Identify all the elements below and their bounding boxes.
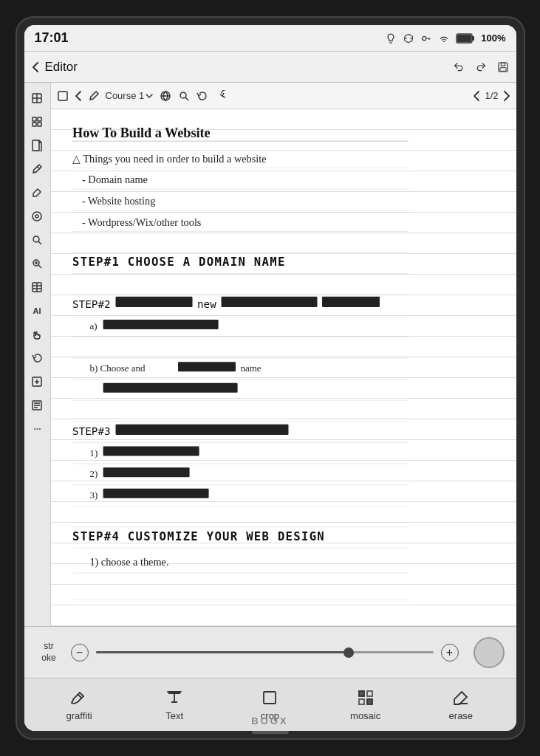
note-redacted-10	[103, 489, 208, 498]
stroke-slider[interactable]	[96, 651, 434, 653]
note-step4: STEP#4 CUSTOMIZE YOUR WEB DESIGN	[72, 530, 325, 543]
note-line-1: △ Things you need in order to build a we…	[72, 153, 267, 165]
note-redacted-6	[103, 383, 237, 393]
home-indicator[interactable]	[252, 731, 289, 734]
page-options-btn[interactable]	[26, 394, 48, 416]
select-tool-btn[interactable]	[26, 87, 48, 109]
svg-point-37	[180, 92, 186, 98]
device: 17:01	[16, 16, 525, 740]
search-icon	[31, 234, 43, 246]
editor-area: AI	[24, 83, 516, 626]
mosaic-tool-btn[interactable]: mosaic	[340, 688, 392, 721]
doc-back-icon[interactable]	[75, 90, 82, 102]
table-tool-btn[interactable]	[26, 276, 48, 298]
sync-icon	[403, 32, 414, 44]
note-sub-a-label: a)	[89, 320, 97, 331]
stroke-preview-btn[interactable]	[474, 637, 505, 668]
note-redacted-9	[103, 467, 189, 477]
stroke-area: str oke − +	[24, 626, 516, 678]
note-redacted-3	[322, 297, 380, 307]
stroke-decrease-btn[interactable]: −	[71, 644, 89, 662]
note-redacted-8	[103, 447, 199, 456]
undo-local-btn[interactable]	[26, 347, 48, 369]
text-label: Text	[165, 710, 183, 721]
course-selector[interactable]: Course 1	[106, 90, 154, 101]
undo-doc-icon[interactable]	[196, 90, 208, 102]
main-area: AI	[24, 83, 516, 731]
handwritten-note: How To Build a Website △ Things you need…	[63, 118, 505, 617]
erase-icon	[451, 688, 471, 707]
redo-icon[interactable]	[475, 61, 487, 73]
back-button[interactable]: Editor	[32, 60, 78, 75]
gesture-tool-btn[interactable]	[26, 323, 48, 346]
add-page-btn[interactable]	[26, 371, 48, 393]
plus-label: +	[446, 646, 453, 659]
gesture-icon	[31, 329, 43, 340]
eraser-tool-btn[interactable]	[26, 182, 48, 204]
svg-line-38	[185, 97, 188, 100]
note-step2-label: STEP#2	[72, 298, 111, 310]
key-icon	[420, 32, 432, 44]
svg-rect-12	[33, 123, 36, 126]
page-tool-btn[interactable]	[26, 134, 48, 157]
page-prev-icon[interactable]	[473, 90, 480, 102]
note-redacted-1	[115, 297, 192, 307]
brand-label: BOOX	[251, 715, 288, 726]
more-btn[interactable]: ···	[26, 418, 48, 440]
note-step3-3: 3)	[89, 489, 98, 501]
note-redacted-4	[103, 320, 218, 329]
settings-tool-btn[interactable]	[26, 205, 48, 227]
note-sub-b-name: name	[240, 362, 261, 374]
grid-icon	[31, 116, 43, 128]
grid-tool-btn[interactable]	[26, 111, 48, 133]
status-icons: 100%	[385, 32, 505, 44]
graffiti-icon	[69, 688, 89, 707]
undo-icon[interactable]	[453, 61, 465, 73]
save-icon[interactable]	[497, 61, 509, 73]
redo-doc-icon[interactable]	[213, 90, 225, 102]
svg-rect-13	[38, 123, 41, 126]
eraser-icon	[31, 187, 43, 199]
note-redacted-2	[221, 297, 317, 307]
note-step3-1: 1)	[89, 447, 98, 458]
page-next-icon[interactable]	[503, 90, 510, 102]
status-bar: 17:01	[24, 25, 516, 52]
globe-icon[interactable]	[159, 90, 172, 102]
note-content: How To Build a Website △ Things you need…	[51, 109, 516, 626]
stroke-increase-btn[interactable]: +	[441, 644, 459, 662]
add-page-icon	[31, 376, 43, 388]
note-redacted-5	[178, 362, 236, 371]
search-tool-btn[interactable]	[26, 229, 48, 251]
dropdown-icon	[146, 93, 153, 99]
page-navigation: 1/2	[473, 90, 510, 102]
course-name: Course 1	[106, 90, 145, 101]
svg-rect-35	[58, 92, 67, 100]
pen-tool-btn[interactable]	[26, 158, 48, 180]
svg-rect-62	[264, 692, 276, 704]
minus-label: −	[76, 646, 83, 659]
mosaic-label: mosaic	[350, 710, 380, 721]
svg-rect-64	[367, 691, 372, 696]
text-tool-btn[interactable]: Text	[148, 688, 200, 721]
header-actions	[453, 61, 509, 73]
svg-point-17	[35, 215, 38, 218]
svg-rect-10	[33, 117, 36, 121]
svg-rect-14	[33, 140, 39, 151]
graffiti-tool-btn[interactable]: graffiti	[53, 688, 105, 721]
search-doc-icon[interactable]	[178, 90, 190, 102]
erase-tool-btn[interactable]: erase	[435, 688, 487, 721]
note-step3-2: 2)	[89, 468, 98, 479]
slider-thumb[interactable]	[344, 647, 354, 658]
mosaic-icon	[356, 688, 375, 707]
zoom-tool-btn[interactable]	[26, 252, 48, 275]
svg-rect-3	[457, 35, 471, 42]
stroke-label: str oke	[36, 641, 62, 664]
crop-icon	[260, 688, 279, 707]
note-step2-cont: new	[197, 298, 216, 310]
ai-tool-btn[interactable]: AI	[26, 300, 48, 322]
svg-point-0	[423, 36, 426, 40]
stroke-slider-container: − +	[71, 644, 459, 662]
doc-pen-icon[interactable]	[88, 90, 100, 102]
note-step4-1: 1) choose a theme.	[89, 556, 168, 568]
doc-select-icon[interactable]	[57, 90, 69, 102]
